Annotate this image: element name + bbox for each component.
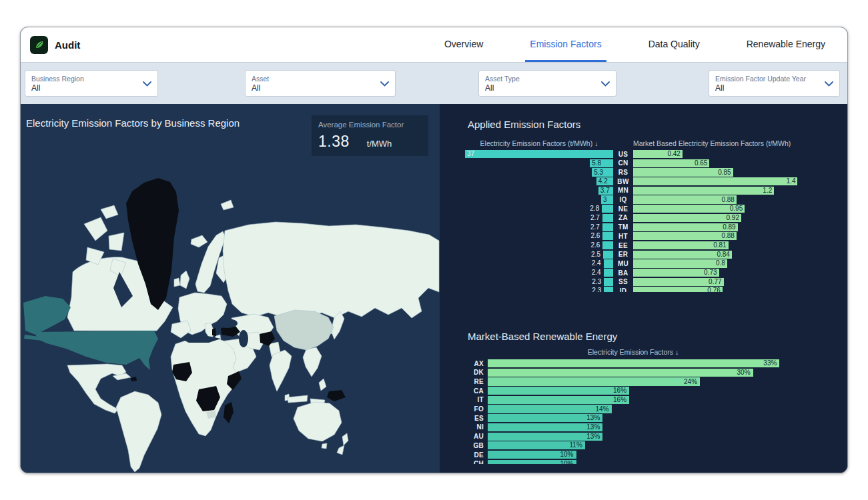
electricity-ef-bar[interactable] (604, 269, 613, 277)
bar-value-label: 1.4 (787, 178, 796, 185)
market-based-ef-bar[interactable]: 0.89 (633, 223, 738, 231)
market-based-ef-bar[interactable]: 0.65 (633, 159, 709, 167)
bar-value-label: 5.8 (592, 160, 601, 167)
chevron-down-icon (601, 77, 610, 89)
electricity-ef-bar[interactable]: 5.8 (590, 159, 613, 167)
tab-data-quality[interactable]: Data Quality (644, 27, 705, 62)
tab-renewable-energy[interactable]: Renewable Energy (742, 27, 830, 62)
renewable-percent-bar[interactable]: 10% (488, 460, 576, 464)
electricity-ef-bar[interactable]: 3 (601, 195, 613, 203)
electricity-ef-bar[interactable] (604, 287, 613, 292)
electricity-ef-bar[interactable]: 4.2 (596, 177, 613, 185)
renewable-percent-bar[interactable]: 13% (488, 414, 602, 422)
country-code-label: AU (466, 433, 484, 440)
electricity-ef-bar[interactable]: 3.7 (598, 187, 613, 195)
market-based-ef-bar[interactable]: 0.76 (633, 287, 723, 292)
applied-chart-row: 2.5ER0.84 (465, 251, 825, 259)
bar-value-label: 0.92 (727, 215, 739, 221)
renewable-percent-bar[interactable]: 16% (488, 396, 629, 404)
renewable-percent-bar[interactable]: 13% (488, 433, 602, 441)
filter-value: All (485, 83, 596, 93)
bar-value-label: 0.76 (707, 287, 720, 292)
renewable-percent-bar[interactable]: 16% (488, 387, 629, 395)
renewable-percent-bar[interactable]: 24% (488, 377, 700, 385)
electricity-ef-bar[interactable] (602, 223, 613, 231)
applied-chart-row: 2.7TM0.89 (465, 223, 825, 231)
electricity-ef-bar[interactable]: 5.3 (592, 168, 613, 176)
market-based-ef-bar[interactable]: 0.73 (633, 269, 719, 277)
country-code-label: RS (613, 169, 633, 176)
market-based-ef-bar[interactable]: 0.42 (633, 150, 683, 158)
bar-value-label: 33% (763, 360, 777, 367)
app-title: Audit (55, 39, 80, 51)
filter-business-region[interactable]: Business Region All (25, 70, 158, 97)
market-based-ef-bar[interactable]: 1.2 (633, 187, 774, 195)
applied-chart-row: 2.4BA0.73 (465, 269, 825, 277)
brand: Audit (21, 36, 80, 54)
filter-asset[interactable]: Asset All (245, 70, 396, 97)
electricity-ef-bar[interactable] (604, 278, 613, 286)
bar-value-label: 5.3 (594, 169, 603, 176)
renewable-chart-row: IT16% (466, 396, 847, 404)
bar-value-label: 10% (560, 461, 574, 464)
market-based-ef-bar[interactable]: 0.88 (633, 195, 737, 203)
filter-emission-factor-update-year[interactable]: Emission Factor Update Year All (709, 70, 840, 97)
chevron-down-icon (143, 77, 151, 89)
electricity-ef-bar[interactable] (603, 251, 613, 259)
market-based-ef-bar[interactable]: 0.95 (633, 205, 745, 213)
market-based-ef-bar[interactable]: 0.77 (633, 278, 724, 286)
electricity-ef-bar[interactable] (602, 241, 613, 249)
country-code-label: NE (613, 205, 633, 213)
electricity-ef-bar[interactable] (602, 232, 613, 240)
dashboard-card: Audit Overview Emission Factors Data Qua… (20, 27, 848, 473)
renewable-chart-row: GB11% (466, 441, 847, 449)
kpi-value: 1.38 (318, 133, 350, 151)
renewable-percent-bar[interactable]: 33% (488, 359, 779, 367)
leaf-logo-icon (30, 36, 48, 54)
bar-value-label: 11% (570, 442, 582, 449)
market-based-ef-bar[interactable]: 0.88 (633, 232, 737, 240)
bar-value-label: 13% (586, 424, 600, 431)
filter-bar: Business Region All Asset All Asset Type… (21, 62, 847, 104)
applied-chart: 37US0.425.8CN0.655.3RS0.854.2BW1.43.7MN1… (465, 150, 825, 292)
applied-emission-factors-title: Applied Emission Factors (468, 119, 847, 130)
bar-value-label: 10% (560, 451, 574, 458)
electricity-ef-bar[interactable] (604, 259, 613, 267)
left-series-axis-title[interactable]: Electricity Emission Factors (t/MWh) ↓ (465, 139, 613, 147)
map-panel: Electricity Emission Factors by Business… (21, 104, 440, 473)
electricity-ef-bar[interactable]: 37 (465, 150, 613, 158)
country-code-label: DK (466, 369, 484, 376)
renewable-percent-bar[interactable]: 13% (488, 423, 602, 431)
bar-value-label: 1.2 (763, 187, 772, 194)
electricity-ef-bar[interactable] (602, 205, 613, 213)
country-code-label: ZA (613, 214, 633, 221)
average-emission-factor-card: Average Emission Factor 1.38 t/MWh (312, 115, 428, 156)
electricity-ef-bar[interactable] (602, 214, 613, 222)
market-based-ef-bar[interactable]: 0.92 (633, 214, 741, 222)
market-based-ef-bar[interactable]: 0.85 (633, 168, 733, 176)
bar-value-label: 0.84 (717, 251, 729, 258)
renewable-chart-row: DK30% (466, 369, 847, 377)
renewable-chart-row: AX33% (466, 359, 847, 367)
market-based-ef-bar[interactable]: 1.4 (633, 177, 797, 185)
tab-overview[interactable]: Overview (440, 27, 488, 62)
bar-value-label: 0.8 (716, 260, 725, 267)
renewable-percent-bar[interactable]: 11% (488, 441, 585, 449)
renewable-axis-title[interactable]: Electricity Emission Factors ↓ (480, 348, 787, 356)
market-based-ef-bar[interactable]: 0.8 (633, 259, 727, 267)
renewable-percent-bar[interactable]: 30% (488, 369, 753, 377)
market-based-ef-bar[interactable]: 0.84 (633, 251, 732, 259)
country-code-label: IT (466, 396, 484, 403)
country-code-label: TM (613, 223, 633, 231)
filter-asset-type[interactable]: Asset Type All (478, 70, 616, 97)
bar-value-label: 0.81 (713, 242, 726, 249)
tab-emission-factors[interactable]: Emission Factors (525, 27, 606, 62)
market-based-ef-bar[interactable]: 0.81 (633, 241, 729, 249)
renewable-chart-row: DE10% (466, 451, 847, 459)
content: Electricity Emission Factors by Business… (21, 104, 847, 473)
world-map[interactable] (21, 104, 440, 473)
renewable-percent-bar[interactable]: 14% (488, 405, 612, 413)
bar-value-label: 0.89 (723, 224, 735, 231)
renewable-percent-bar[interactable]: 10% (488, 451, 576, 459)
filter-value: All (715, 83, 819, 93)
